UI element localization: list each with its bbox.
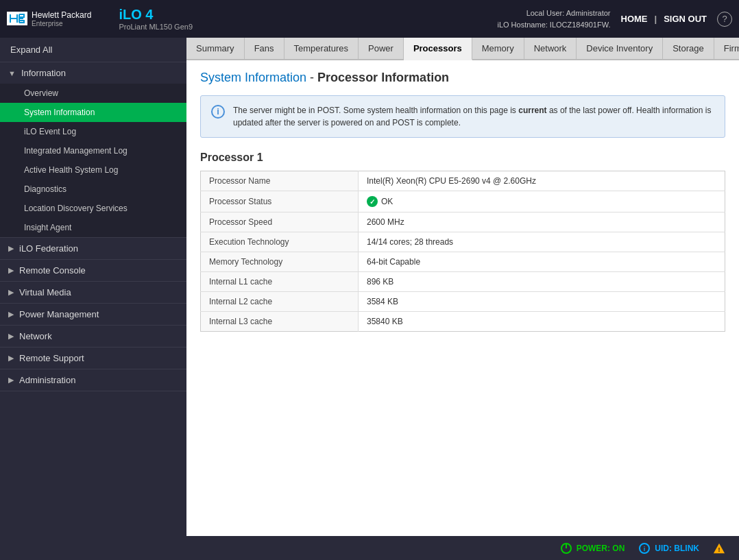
nav-links: HOME | SIGN OUT <box>621 14 707 24</box>
sidebar-item-system-information[interactable]: System Information <box>0 103 186 122</box>
status-ok-label: OK <box>381 197 393 206</box>
field-value-execution-technology: 14/14 cores; 28 threads <box>359 232 725 252</box>
sidebar-item-ilo-event-log[interactable]: iLO Event Log <box>0 122 186 141</box>
sidebar-item-diagnostics[interactable]: Diagnostics <box>0 180 186 199</box>
tab-summary[interactable]: Summary <box>186 38 245 59</box>
sidebar-section-power-management: ▶ Power Management <box>0 304 186 326</box>
user-info: Local User: Administrator iLO Hostname: … <box>497 8 610 30</box>
tab-memory[interactable]: Memory <box>472 38 524 59</box>
home-link[interactable]: HOME <box>621 14 648 24</box>
field-label-processor-name: Processor Name <box>201 171 359 191</box>
table-row: Processor Speed 2600 MHz <box>201 212 725 232</box>
tab-processors[interactable]: Processors <box>404 38 472 60</box>
processor-section: Processor 1 Processor Name Intel(R) Xeon… <box>200 151 725 332</box>
field-label-memory-technology: Memory Technology <box>201 252 359 272</box>
uid-blink-label: UID: BLINK <box>655 544 699 553</box>
power-on-button[interactable]: POWER: ON <box>560 542 625 555</box>
field-label-execution-technology: Execution Technology <box>201 232 359 252</box>
sidebar: Expand All ▼ Information Overview System… <box>0 38 186 536</box>
field-label-processor-speed: Processor Speed <box>201 212 359 232</box>
tab-temperatures[interactable]: Temperatures <box>284 38 359 59</box>
tab-device-inventory[interactable]: Device Inventory <box>577 38 663 59</box>
breadcrumb-link[interactable]: System Information <box>200 71 306 84</box>
sidebar-section-ilo-federation: ▶ iLO Federation <box>0 238 186 260</box>
sidebar-section-header-administration[interactable]: ▶ Administration <box>0 369 186 391</box>
uid-blink-button[interactable]: i UID: BLINK <box>638 542 699 555</box>
tab-power[interactable]: Power <box>359 38 404 59</box>
sidebar-section-label-ilo-federation: iLO Federation <box>19 243 78 254</box>
tab-firmware[interactable]: Firmware <box>714 38 739 59</box>
page-content: System Information - Processor Informati… <box>186 60 739 536</box>
sidebar-section-administration: ▶ Administration <box>0 369 186 391</box>
sidebar-section-remote-console: ▶ Remote Console <box>0 260 186 282</box>
info-icon: i <box>211 105 225 119</box>
company-name: Hewlett Packard <box>32 10 91 20</box>
chevron-right-icon: ▶ <box>8 266 14 275</box>
header-right: Local User: Administrator iLO Hostname: … <box>497 8 732 30</box>
field-value-processor-speed: 2600 MHz <box>359 212 725 232</box>
sidebar-section-header-information[interactable]: ▼ Information <box>0 62 186 84</box>
sidebar-item-active-health-system-log[interactable]: Active Health System Log <box>0 160 186 180</box>
svg-text:i: i <box>644 546 646 552</box>
table-row: Execution Technology 14/14 cores; 28 thr… <box>201 232 725 252</box>
info-message: The server might be in POST. Some system… <box>233 104 714 129</box>
main-layout: Expand All ▼ Information Overview System… <box>0 38 739 536</box>
field-value-l2-cache: 3584 KB <box>359 292 725 312</box>
sidebar-section-label-administration: Administration <box>19 375 75 385</box>
sidebar-section-header-remote-console[interactable]: ▶ Remote Console <box>0 260 186 281</box>
user-line2: iLO Hostname: ILOCZ184901FW. <box>497 19 610 31</box>
sidebar-item-integrated-management-log[interactable]: Integrated Management Log <box>0 141 186 160</box>
table-row: Processor Name Intel(R) Xeon(R) CPU E5-2… <box>201 171 725 191</box>
sidebar-section-information: ▼ Information Overview System Informatio… <box>0 62 186 238</box>
header-product: iLO 4 ProLiant ML150 Gen9 <box>119 7 193 31</box>
sidebar-section-header-power-management[interactable]: ▶ Power Management <box>0 304 186 325</box>
content-area: Summary Fans Temperatures Power Processo… <box>186 38 739 536</box>
field-label-l3-cache: Internal L3 cache <box>201 312 359 332</box>
sidebar-section-label-network: Network <box>19 331 52 341</box>
status-ok-icon: ✓ <box>367 196 378 207</box>
page-title: System Information - Processor Informati… <box>200 71 725 85</box>
sidebar-section-header-ilo-federation[interactable]: ▶ iLO Federation <box>0 238 186 259</box>
processor-data-table: Processor Name Intel(R) Xeon(R) CPU E5-2… <box>200 171 725 332</box>
power-on-label: POWER: ON <box>577 544 625 553</box>
info-banner: i The server might be in POST. Some syst… <box>200 95 725 138</box>
sidebar-item-overview[interactable]: Overview <box>0 84 186 103</box>
warning-icon[interactable]: ! <box>713 542 725 555</box>
sidebar-section-network: ▶ Network <box>0 326 186 348</box>
field-value-memory-technology: 64-bit Capable <box>359 252 725 272</box>
tab-bar: Summary Fans Temperatures Power Processo… <box>186 38 739 60</box>
header-logo: Hewlett Packard Enterprise <box>7 10 91 27</box>
sidebar-section-label-virtual-media: Virtual Media <box>19 287 71 297</box>
chevron-right-icon: ▶ <box>8 376 14 385</box>
sidebar-section-header-virtual-media[interactable]: ▶ Virtual Media <box>0 282 186 303</box>
chevron-right-icon: ▶ <box>8 288 14 297</box>
sidebar-item-location-discovery-services[interactable]: Location Discovery Services <box>0 199 186 218</box>
company-sub: Enterprise <box>32 20 91 27</box>
table-row: Processor Status ✓ OK <box>201 191 725 212</box>
chevron-down-icon: ▼ <box>8 69 16 77</box>
sidebar-section-header-remote-support[interactable]: ▶ Remote Support <box>0 348 186 369</box>
sidebar-section-label-information: Information <box>21 68 66 78</box>
field-value-l1-cache: 896 KB <box>359 272 725 292</box>
chevron-right-icon: ▶ <box>8 332 14 341</box>
sidebar-expand-all[interactable]: Expand All <box>0 38 186 62</box>
hpe-logo-icon <box>7 12 27 25</box>
status-ok-container: ✓ OK <box>367 196 716 207</box>
signout-link[interactable]: SIGN OUT <box>664 14 707 24</box>
footer: POWER: ON i UID: BLINK ! <box>0 536 739 560</box>
sidebar-section-label-power-management: Power Management <box>19 309 99 319</box>
field-label-l1-cache: Internal L1 cache <box>201 272 359 292</box>
power-icon <box>560 542 572 555</box>
sidebar-item-insight-agent[interactable]: Insight Agent <box>0 218 186 237</box>
product-name: iLO 4 <box>119 7 193 23</box>
table-row: Internal L2 cache 3584 KB <box>201 292 725 312</box>
help-icon[interactable]: ? <box>717 12 732 27</box>
processor-section-title: Processor 1 <box>200 151 725 164</box>
sidebar-items-information: Overview System Information iLO Event Lo… <box>0 84 186 237</box>
field-label-processor-status: Processor Status <box>201 191 359 212</box>
tab-storage[interactable]: Storage <box>663 38 714 59</box>
sidebar-section-header-network[interactable]: ▶ Network <box>0 326 186 347</box>
field-label-l2-cache: Internal L2 cache <box>201 292 359 312</box>
tab-network[interactable]: Network <box>524 38 577 59</box>
tab-fans[interactable]: Fans <box>245 38 284 59</box>
